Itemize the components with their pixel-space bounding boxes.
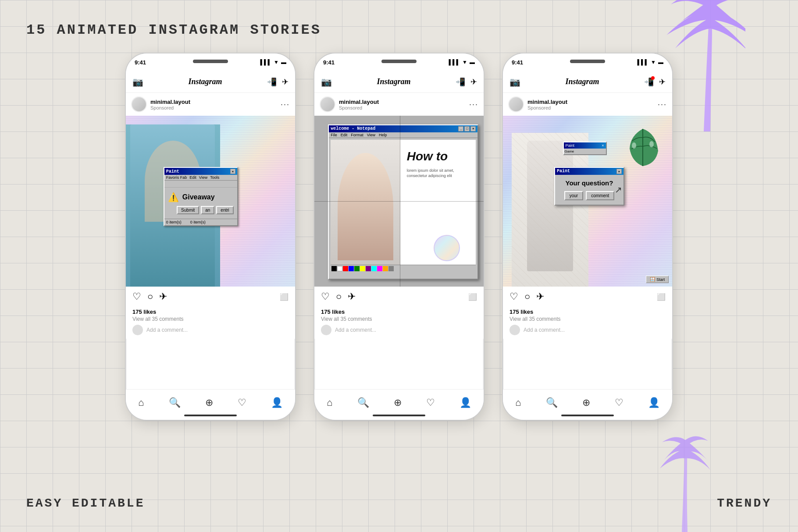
dialog-close-1[interactable]: × [230, 169, 235, 174]
portrait-area [331, 140, 400, 274]
add-comment-area-3: Add a comment... [509, 325, 666, 335]
ig-header-icons-2: 📲 ✈ [456, 77, 477, 87]
share-icon[interactable]: ✈ [159, 291, 167, 302]
phone-2-status-bar: 9:41 ▌▌▌ ▼ ▬ [314, 53, 484, 71]
footer-right-text: TRENDY [717, 497, 772, 510]
nav-heart-2[interactable]: ♡ [426, 397, 435, 408]
comment-icon-3[interactable]: ○ [524, 291, 530, 302]
crosshair-v [400, 116, 400, 287]
maximize-btn[interactable]: □ [464, 126, 470, 131]
share-icon-3[interactable]: ✈ [536, 291, 544, 302]
nav-profile-2[interactable]: 👤 [460, 397, 471, 408]
post-comments-2[interactable]: View all 35 comments [321, 316, 477, 322]
dialog-toolbar [164, 181, 237, 188]
palm-tree-bottom [658, 436, 710, 532]
post-sponsored-2: Sponsored [339, 105, 379, 110]
phone-3-post-image: Paint × Game Paint × Your question? ↗ [503, 116, 673, 287]
comment-icon-2[interactable]: ○ [336, 291, 342, 302]
phone-2-ig-header: 📷 Instagram 📲 ✈ [314, 71, 484, 93]
howto-text-area: How to lorem ipsum dolor sit amet, conse… [403, 146, 476, 182]
nav-search-3[interactable]: 🔍 [546, 397, 558, 408]
nav-home-2[interactable]: ⌂ [327, 397, 332, 408]
giveaway-text: Giveaway [182, 193, 215, 201]
comment-placeholder-1[interactable]: Add a comment... [146, 327, 188, 333]
holo-circle [434, 235, 460, 261]
nav-add-3[interactable]: ⊕ [582, 397, 590, 408]
nav-home-3[interactable]: ⌂ [515, 397, 521, 408]
nav-add-2[interactable]: ⊕ [394, 397, 402, 408]
paint-dialog-small: Paint × Game [563, 142, 607, 155]
nav-search-1[interactable]: 🔍 [169, 397, 181, 408]
camera-icon-3: 📷 [509, 77, 520, 87]
send-icon: ✈ [282, 77, 289, 87]
an-button[interactable]: an [201, 206, 214, 214]
close-btn-2[interactable]: × [470, 126, 476, 131]
activity-icon: 📲 [267, 77, 277, 87]
share-icon-2[interactable]: ✈ [348, 291, 356, 302]
post-sponsored: Sponsored [150, 105, 190, 110]
color-palette [331, 265, 476, 273]
commenter-avatar-3 [509, 325, 520, 335]
signal-icon-3: ▌▌▌ [638, 59, 649, 65]
home-indicator-2 [373, 415, 425, 416]
nav-home-1[interactable]: ⌂ [138, 397, 144, 408]
comment-icon[interactable]: ○ [147, 291, 153, 302]
phone-1-post-info: 175 likes View all 35 comments Add a com… [126, 307, 295, 339]
nav-profile-1[interactable]: 👤 [271, 397, 283, 408]
phone-1-status-icons: ▌▌▌ ▼ ▬ [260, 59, 286, 65]
comment-placeholder-2[interactable]: Add a comment... [335, 327, 376, 333]
save-icon-3[interactable]: ⬜ [657, 293, 666, 301]
cursor-icon: ↗ [615, 184, 622, 195]
nav-search-2[interactable]: 🔍 [357, 397, 369, 408]
post-avatar-2 [320, 96, 335, 112]
post-comments-1[interactable]: View all 35 comments [132, 316, 289, 322]
entri-button[interactable]: entri [216, 206, 233, 214]
more-options-icon-2[interactable]: ··· [469, 100, 478, 109]
more-options-icon-3[interactable]: ··· [658, 100, 667, 109]
your-button[interactable]: your [564, 191, 583, 200]
howto-title: welcome - Notepad [331, 126, 375, 131]
statue-area [512, 133, 589, 287]
post-sponsored-3: Sponsored [527, 105, 567, 110]
question-buttons: your comment [559, 191, 620, 200]
instagram-logo: Instagram [188, 77, 222, 86]
phone-1-ig-header: 📷 Instagram 📲 ✈ [126, 71, 295, 93]
phone-3-time: 9:41 [512, 59, 523, 66]
activity-icon-3: 📲 [644, 77, 654, 87]
activity-icon-2: 📲 [456, 77, 465, 87]
nav-heart-3[interactable]: ♡ [615, 397, 623, 408]
post-comments-3[interactable]: View all 35 comments [509, 316, 666, 322]
add-comment-area-1: Add a comment... [132, 325, 289, 335]
phone-3-post-header: minimal.layout Sponsored ··· [503, 93, 672, 116]
phone-2: 9:41 ▌▌▌ ▼ ▬ 📷 Instagram 📲 ✈ minimal.lay… [314, 53, 484, 421]
nav-profile-3[interactable]: 👤 [648, 397, 660, 408]
warning-icon: ⚠️ [168, 192, 179, 202]
submit-button[interactable]: Submit [177, 206, 199, 214]
like-icon-2[interactable]: ♡ [321, 291, 330, 302]
save-icon[interactable]: ⬜ [280, 293, 289, 301]
wifi-icon-3: ▼ [651, 59, 656, 65]
minimize-btn[interactable]: _ [458, 126, 463, 131]
like-icon-3[interactable]: ♡ [509, 291, 518, 302]
phone-3-status-icons: ▌▌▌ ▼ ▬ [638, 59, 663, 65]
comment-placeholder-3[interactable]: Add a comment... [524, 327, 565, 333]
camera-icon: 📷 [132, 77, 143, 87]
post-actions-left: ♡ ○ ✈ [132, 291, 167, 302]
nav-add-1[interactable]: ⊕ [205, 397, 213, 408]
your-question-dialog: Paint × Your question? ↗ your comment [554, 167, 624, 206]
nav-heart-1[interactable]: ♡ [238, 397, 246, 408]
instagram-logo-3: Instagram [565, 77, 599, 86]
more-options-icon[interactable]: ··· [281, 100, 290, 109]
post-user: minimal.layout Sponsored [131, 96, 190, 112]
like-icon[interactable]: ♡ [132, 291, 141, 302]
post-username-2: minimal.layout [339, 99, 379, 105]
footer-left-text: EASY EDITABLE [26, 497, 145, 510]
comment-button[interactable]: comment [586, 191, 614, 200]
svg-point-1 [632, 142, 636, 149]
save-icon-2[interactable]: ⬜ [468, 293, 477, 301]
dialog-statusbar: 0 item(s)0 item(s) [164, 219, 237, 225]
question-close[interactable]: × [616, 169, 622, 174]
start-bar: 🪟 Start [646, 276, 669, 283]
question-text: Your question? [559, 179, 620, 187]
dialog-content-1: ⚠️ Giveaway Submit an entri [164, 188, 237, 219]
